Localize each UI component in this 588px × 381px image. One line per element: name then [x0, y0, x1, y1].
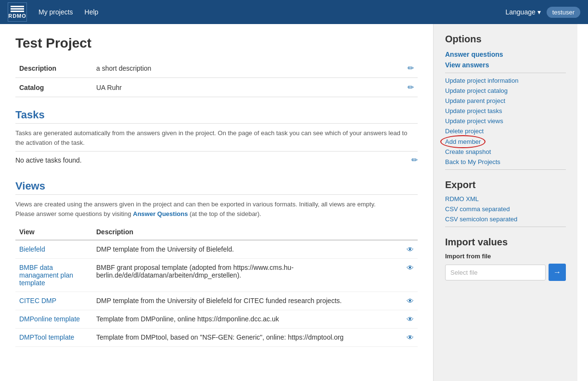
dropdown-caret: ▾	[537, 8, 541, 16]
table-row: DMPTool templateTemplate from DMPtool, b…	[15, 329, 418, 347]
back-to-my-projects-link[interactable]: Back to My Projects	[445, 158, 566, 165]
update-project-views-link[interactable]: Update project views	[445, 117, 566, 125]
export-title: Export	[445, 179, 566, 190]
tasks-description: Tasks are generated automatically from t…	[15, 128, 418, 147]
tasks-section: Tasks Tasks are generated automatically …	[15, 109, 418, 168]
eye-icon[interactable]: 👁	[407, 245, 414, 254]
views-title: Views	[15, 180, 418, 195]
navbar: RDMO My projects Help Language ▾ testuse…	[0, 0, 588, 24]
project-title: Test Project	[15, 36, 418, 51]
logo-text: RDMO	[8, 13, 26, 19]
view-eye-cell[interactable]: 👁	[403, 310, 418, 329]
col-description: Description	[92, 224, 403, 240]
file-submit-button[interactable]: →	[549, 264, 566, 281]
eye-icon[interactable]: 👁	[407, 333, 414, 342]
catalog-edit-icon[interactable]: ✏	[408, 83, 414, 91]
import-title: Import values	[445, 237, 566, 248]
logo: RDMO	[8, 2, 27, 22]
view-eye-cell[interactable]: 👁	[403, 259, 418, 292]
user-badge: testuser	[547, 7, 580, 18]
view-eye-cell[interactable]: 👁	[403, 292, 418, 310]
view-description-cell: DMP template from the University of Biel…	[92, 292, 403, 310]
table-row: CITEC DMPDMP template from the Universit…	[15, 292, 418, 310]
no-tasks-row: No active tasks found. ✏	[15, 151, 418, 168]
view-answers-link[interactable]: View answers	[445, 61, 566, 69]
catalog-row: Catalog UA Ruhr ✏	[15, 78, 418, 97]
description-value: a short description	[92, 59, 403, 78]
main-nav: My projects Help	[38, 8, 98, 16]
tasks-title: Tasks	[15, 109, 418, 124]
options-title: Options	[445, 34, 566, 45]
col-action	[403, 224, 418, 240]
table-row: BMBF data managament plan templateBMBF g…	[15, 259, 418, 292]
eye-icon[interactable]: 👁	[407, 315, 414, 323]
view-name-cell[interactable]: CITEC DMP	[15, 292, 92, 310]
table-row: DMPonline templateTemplate from DMPonlin…	[15, 310, 418, 329]
sidebar: Options Answer questions View answers Up…	[433, 24, 577, 381]
view-eye-cell[interactable]: 👁	[403, 240, 418, 259]
description-row: Description a short description ✏	[15, 59, 418, 78]
add-member-link[interactable]: Add member	[445, 138, 481, 145]
project-info-table: Description a short description ✏ Catalo…	[15, 59, 418, 97]
select-file-input[interactable]: Select file	[445, 265, 546, 280]
answer-questions-link[interactable]: Answer questions	[445, 51, 566, 58]
nav-my-projects[interactable]: My projects	[38, 8, 73, 16]
col-view: View	[15, 224, 92, 240]
table-row: BielefeldDMP template from the Universit…	[15, 240, 418, 259]
tasks-edit-icon[interactable]: ✏	[411, 155, 418, 165]
arrow-right-icon: →	[553, 268, 561, 277]
view-description-cell: Template from DMPonline, online https://…	[92, 310, 403, 329]
import-from-file-label: Import from file	[445, 253, 566, 260]
export-csv-comma-link[interactable]: CSV comma separated	[445, 205, 566, 213]
catalog-value: UA Ruhr	[92, 78, 403, 97]
view-name-cell[interactable]: DMPonline template	[15, 310, 92, 329]
add-member-wrapper: Add member	[445, 138, 481, 145]
update-parent-project-link[interactable]: Update parent project	[445, 97, 566, 104]
export-rdmo-xml-link[interactable]: RDMO XML	[445, 195, 566, 203]
update-project-info-link[interactable]: Update project information	[445, 77, 566, 84]
view-description-cell: Template from DMPtool, based on "NSF-GEN…	[92, 329, 403, 347]
view-description-cell: DMP template from the University of Biel…	[92, 240, 403, 259]
description-label: Description	[15, 59, 92, 78]
catalog-label: Catalog	[15, 78, 92, 97]
brand: RDMO	[8, 2, 27, 22]
navbar-right: Language ▾ testuser	[505, 7, 580, 18]
export-csv-semicolon-link[interactable]: CSV semicolon separated	[445, 216, 566, 223]
import-file-row: Select file →	[445, 264, 566, 281]
eye-icon[interactable]: 👁	[407, 264, 414, 272]
eye-icon[interactable]: 👁	[407, 297, 414, 305]
language-button[interactable]: Language ▾	[505, 8, 540, 16]
views-desc-part1: Views are created using the answers give…	[15, 201, 376, 208]
view-description-cell: BMBF grant proposal template (adopted fr…	[92, 259, 403, 292]
view-name-cell[interactable]: Bielefeld	[15, 240, 92, 259]
description-edit-icon[interactable]: ✏	[408, 64, 414, 72]
create-snapshot-link[interactable]: Create snapshot	[445, 148, 566, 155]
delete-project-link[interactable]: Delete project	[445, 127, 566, 135]
view-name-cell[interactable]: DMPTool template	[15, 329, 92, 347]
view-name-cell[interactable]: BMBF data managament plan template	[15, 259, 92, 292]
answer-questions-inline-link[interactable]: Answer Questions	[133, 210, 188, 217]
views-description: Views are created using the answers give…	[15, 200, 418, 218]
main-content: Test Project Description a short descrip…	[0, 24, 433, 381]
update-project-catalog-link[interactable]: Update project catalog	[445, 87, 566, 94]
nav-help[interactable]: Help	[85, 8, 99, 16]
views-desc-part2: Please answer some questions by visiting	[15, 210, 131, 217]
page-wrapper: Test Project Description a short descrip…	[0, 24, 588, 381]
views-table: View Description BielefeldDMP template f…	[15, 224, 418, 347]
view-eye-cell[interactable]: 👁	[403, 329, 418, 347]
update-project-tasks-link[interactable]: Update project tasks	[445, 107, 566, 114]
no-tasks-text: No active tasks found.	[15, 156, 82, 164]
views-desc-part3: (at the top of the sidebar).	[190, 210, 261, 217]
views-section: Views Views are created using the answer…	[15, 180, 418, 347]
